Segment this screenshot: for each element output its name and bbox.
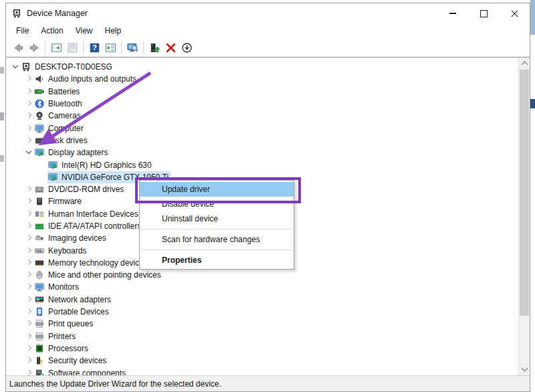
context-menu-item-update-driver[interactable]: Update driver (140, 182, 294, 197)
tree-item-bluetooth[interactable]: Bluetooth (6, 98, 518, 110)
tree-item-content: Computer (34, 122, 86, 134)
tree-item-content: Cameras (34, 110, 83, 122)
tree-item-portable-devices[interactable]: Portable Devices (6, 306, 518, 318)
tree-item-content: DESKTOP-T0D0ESG (21, 61, 114, 73)
minimize-button[interactable] (437, 3, 468, 23)
disk-drive-icon (34, 135, 45, 146)
chevron-collapsed-icon[interactable] (23, 221, 34, 231)
chevron-expanded-icon[interactable] (23, 147, 34, 158)
tree-item-label: Bluetooth (48, 99, 82, 108)
window-title: Device Manager (27, 9, 88, 18)
scan-for-hardware-changes-button[interactable] (124, 39, 140, 56)
tree-item-audio-inputs-and-outputs[interactable]: Audio inputs and outputs (6, 73, 518, 85)
tree-item-security-devices[interactable]: Security devices (6, 355, 518, 367)
chevron-collapsed-icon[interactable] (23, 294, 34, 305)
tree-item-label: Mice and other pointing devices (48, 270, 161, 280)
tree-item-label: Intel(R) HD Graphics 630 (62, 161, 152, 170)
tree-item-intel-r-hd-graphics-630[interactable]: Intel(R) HD Graphics 630 (6, 159, 518, 171)
tree-item-label: DVD/CD-ROM drives (48, 185, 124, 194)
display-adapter-icon (47, 172, 58, 183)
tree-item-cameras[interactable]: Cameras (6, 110, 518, 122)
chevron-collapsed-icon[interactable] (23, 318, 34, 329)
menu-view[interactable]: View (70, 24, 99, 37)
printer-icon (34, 331, 45, 342)
context-menu-item-scan-for-hardware-changes[interactable]: Scan for hardware changes (140, 232, 294, 247)
tree-item-processors[interactable]: Processors (6, 342, 518, 355)
chevron-collapsed-icon[interactable] (23, 98, 34, 109)
update-driver-button[interactable] (146, 39, 163, 56)
properties-button[interactable] (64, 39, 80, 56)
tree-item-label: Batteries (48, 87, 80, 96)
chevron-expanded-icon[interactable] (10, 62, 21, 72)
close-button[interactable] (499, 3, 530, 23)
disable-device-icon (181, 42, 193, 54)
bluetooth-icon (34, 98, 45, 109)
context-menu-item-disable-device[interactable]: Disable device (140, 197, 294, 211)
background-fragment (0, 112, 4, 120)
chevron-collapsed-icon[interactable] (23, 196, 34, 207)
menu-help[interactable]: Help (99, 24, 128, 37)
speaker-icon (34, 74, 45, 84)
tree-item-print-queues[interactable]: Print queues (6, 318, 518, 330)
chevron-collapsed-icon[interactable] (23, 246, 34, 256)
tree-item-mice-and-other-pointing-devices[interactable]: Mice and other pointing devices (6, 269, 518, 281)
chevron-collapsed-icon[interactable] (23, 123, 34, 134)
camera-icon (34, 110, 45, 121)
hid-icon (34, 209, 45, 219)
desktop-computer-icon (21, 62, 31, 72)
maximize-button[interactable] (468, 3, 499, 23)
tree-item-label: Printers (48, 332, 76, 341)
device-manager-app-icon (11, 8, 22, 19)
chevron-collapsed-icon[interactable] (23, 355, 34, 366)
chevron-collapsed-icon[interactable] (23, 270, 34, 280)
tree-item-content: Bluetooth (34, 98, 84, 110)
maximize-icon (480, 10, 488, 17)
chevron-collapsed-icon[interactable] (23, 209, 34, 219)
tree-item-network-adapters[interactable]: Network adapters (6, 294, 518, 306)
chevron-collapsed-icon[interactable] (23, 343, 34, 354)
tree-item-label: Cameras (48, 111, 81, 120)
chevron-collapsed-icon[interactable] (23, 233, 34, 243)
chevron-collapsed-icon[interactable] (23, 282, 34, 292)
back-arrow-icon (13, 42, 24, 54)
tree-item-content: Batteries (34, 86, 82, 98)
scroll-up-button[interactable] (519, 58, 530, 69)
speaker-icon (34, 74, 45, 84)
menu-file[interactable]: File (10, 24, 35, 37)
show-console-tree-button[interactable] (48, 39, 64, 56)
context-menu-item-uninstall-device[interactable]: Uninstall device (140, 211, 294, 226)
chevron-collapsed-icon[interactable] (23, 258, 34, 268)
tree-item-content: Firmware (34, 195, 84, 207)
chevron-collapsed-icon[interactable] (23, 86, 34, 97)
tree-item-display-adapters[interactable]: Display adapters (6, 146, 518, 159)
tree-item-printers[interactable]: Printers (6, 330, 518, 342)
desktop-computer-icon (21, 62, 31, 72)
scroll-down-button[interactable] (519, 364, 530, 375)
vertical-scrollbar[interactable] (518, 58, 530, 375)
back-arrow-button[interactable] (10, 39, 26, 56)
chevron-collapsed-icon[interactable] (23, 184, 34, 195)
tree-item-disk-drives[interactable]: Disk drives (6, 134, 518, 146)
chevron-collapsed-icon[interactable] (23, 135, 34, 146)
chevron-collapsed-icon[interactable] (23, 306, 34, 317)
chevron-collapsed-icon[interactable] (23, 368, 34, 375)
disable-device-button[interactable] (179, 39, 195, 56)
tree-item-desktop-t0d0esg[interactable]: DESKTOP-T0D0ESG (6, 61, 518, 73)
menu-action[interactable]: Action (35, 24, 69, 37)
keyboard-icon (34, 246, 45, 256)
tree-item-computer[interactable]: Computer (6, 122, 518, 134)
chevron-collapsed-icon[interactable] (23, 74, 34, 84)
chevron-collapsed-icon[interactable] (23, 331, 34, 342)
forward-arrow-button[interactable] (26, 39, 42, 56)
tree-item-batteries[interactable]: Batteries (6, 86, 518, 98)
tree-item-software-components[interactable]: Software components (6, 367, 518, 375)
help-button[interactable]: ? (86, 39, 102, 56)
menu-separator (141, 250, 292, 250)
scrollbar-thumb[interactable] (520, 70, 529, 316)
context-menu-item-properties[interactable]: Properties (140, 253, 294, 268)
tree-item-monitors[interactable]: Monitors (6, 281, 518, 293)
export-list-button[interactable] (102, 39, 118, 56)
portable-device-icon (34, 306, 45, 317)
chevron-collapsed-icon[interactable] (23, 110, 34, 121)
uninstall-device-button[interactable] (163, 39, 179, 56)
